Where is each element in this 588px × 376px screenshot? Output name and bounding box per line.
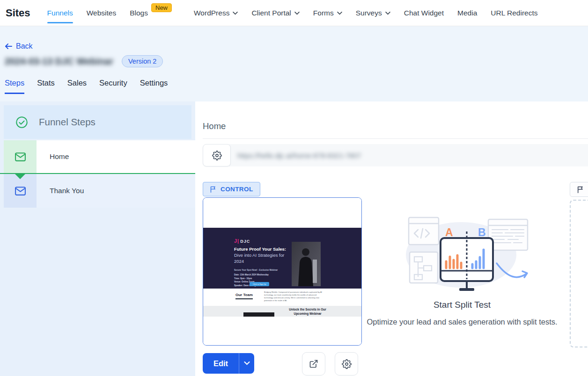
svg-text:A: A [445, 226, 453, 239]
flag-icon [577, 186, 584, 194]
control-badge: CONTROL [203, 182, 260, 196]
nav-items: Funnels Websites Blogs New WordPress Cli… [47, 0, 538, 26]
top-nav: Sites Funnels Websites Blogs New WordPre… [0, 0, 588, 26]
chevron-down-icon [385, 12, 390, 15]
team-paragraph: Bridging Worlds: Composed of passionate … [264, 291, 324, 302]
split-test-panel[interactable]: A B St [354, 209, 570, 328]
funnel-step-thank-you[interactable]: Thank You [0, 174, 195, 208]
variation-badge: V [570, 182, 588, 197]
step-connector-arrow [15, 174, 25, 179]
chevron-down-icon [294, 12, 300, 15]
back-link[interactable]: Back [5, 42, 33, 51]
svg-text:B: B [478, 226, 486, 239]
preview-margin [203, 198, 361, 228]
preview-team-section: Our Team Bridging Worlds: Composed of pa… [203, 289, 361, 306]
page-title: Home [203, 121, 226, 131]
tab-sales[interactable]: Sales [67, 79, 87, 94]
nav-item-chat-widget[interactable]: Chat Widget [404, 0, 444, 26]
webinar-thumbnail [243, 312, 274, 317]
step-icon-cell [4, 140, 37, 173]
preview-headline: Future Proof Your Sales: Dive into AI St… [234, 246, 290, 264]
step-detail-panel: Home https://hello.djc.ai/home-878-8321-… [195, 101, 588, 376]
nav-item-url-redirects[interactable]: URL Redirects [491, 0, 537, 26]
step-settings-button[interactable] [335, 352, 358, 376]
funnel-steps-header: Funnel Steps [4, 105, 191, 139]
funnel-title: 2024-03-13 DJC Webinar [5, 56, 113, 67]
open-page-button[interactable] [302, 352, 325, 376]
team-heading: Our Team [235, 293, 253, 299]
external-link-icon [309, 359, 318, 369]
version-badge: Version 2 [122, 55, 163, 67]
page-preview-card[interactable]: J|DJC Future Proof Your Sales: Dive into… [203, 197, 362, 346]
url-settings-button[interactable] [203, 144, 231, 166]
preview-hero-section: J|DJC Future Proof Your Sales: Dive into… [203, 228, 361, 289]
check-circle-icon [15, 116, 28, 129]
gear-icon [342, 359, 352, 369]
djc-logo: J|DJC [234, 238, 250, 244]
funnel-tabs: Steps Stats Sales Security Settings [5, 79, 168, 94]
webinar-heading: Unlock the Secrets in Our Upcoming Webin… [287, 308, 329, 316]
chevron-down-icon [233, 12, 238, 15]
chevron-down-icon [337, 12, 342, 15]
nav-item-wordpress[interactable]: WordPress [194, 0, 238, 26]
step-label: Home [37, 140, 195, 173]
nav-item-blogs[interactable]: Blogs New [130, 0, 172, 26]
tab-settings[interactable]: Settings [140, 79, 168, 94]
tab-stats[interactable]: Stats [37, 79, 55, 94]
variation-placeholder-card[interactable] [570, 200, 588, 347]
preview-subheadline: Secure Your Spot Now! - Exclusive Webina… [234, 269, 278, 271]
tab-steps[interactable]: Steps [5, 79, 24, 94]
funnel-step-home[interactable]: Home [0, 140, 195, 174]
nav-item-forms[interactable]: Forms [313, 0, 342, 26]
step-label: Thank You [37, 174, 195, 208]
funnel-steps-sidebar: Funnel Steps Home Thank You [0, 101, 195, 376]
gear-icon [212, 151, 222, 160]
mail-icon [15, 151, 26, 163]
preview-margin [203, 317, 361, 346]
mail-icon [15, 185, 26, 197]
ab-test-illustration: A B [396, 209, 529, 293]
funnel-steps-title: Funnel Steps [39, 116, 96, 128]
preview-signup-button: Click to Sign Up [250, 282, 269, 286]
edit-dropdown-toggle[interactable] [239, 353, 254, 374]
app-title: Sites [6, 7, 30, 19]
funnel-header: Back 2024-03-13 DJC Webinar Version 2 St… [0, 26, 588, 101]
nav-item-media[interactable]: Media [457, 0, 477, 26]
nav-item-funnels[interactable]: Funnels [47, 0, 73, 26]
nav-item-websites[interactable]: Websites [87, 0, 116, 26]
tab-security[interactable]: Security [99, 79, 127, 94]
edit-button[interactable]: Edit [203, 353, 239, 374]
split-test-title: Start Split Test [434, 300, 491, 310]
edit-split-button[interactable]: Edit [203, 353, 254, 374]
preview-webinar-section: Unlock the Secrets in Our Upcoming Webin… [203, 306, 361, 317]
divider [203, 138, 588, 139]
page-url-row: https://hello.djc.ai/home-878-8321-7807 [203, 144, 588, 166]
page-url: https://hello.djc.ai/home-878-8321-7807 [237, 152, 361, 159]
nav-item-client-portal[interactable]: Client Portal [251, 0, 299, 26]
nav-item-surveys[interactable]: Surveys [356, 0, 390, 26]
split-test-description: Optimize your lead and sales generation … [364, 316, 560, 328]
chevron-down-icon [244, 362, 250, 365]
speaker-photo [292, 242, 321, 286]
page-url-bar[interactable]: https://hello.djc.ai/home-878-8321-7807 [229, 144, 588, 166]
arrow-left-icon [5, 43, 12, 50]
new-badge: New [151, 3, 172, 12]
flag-icon [210, 186, 217, 193]
